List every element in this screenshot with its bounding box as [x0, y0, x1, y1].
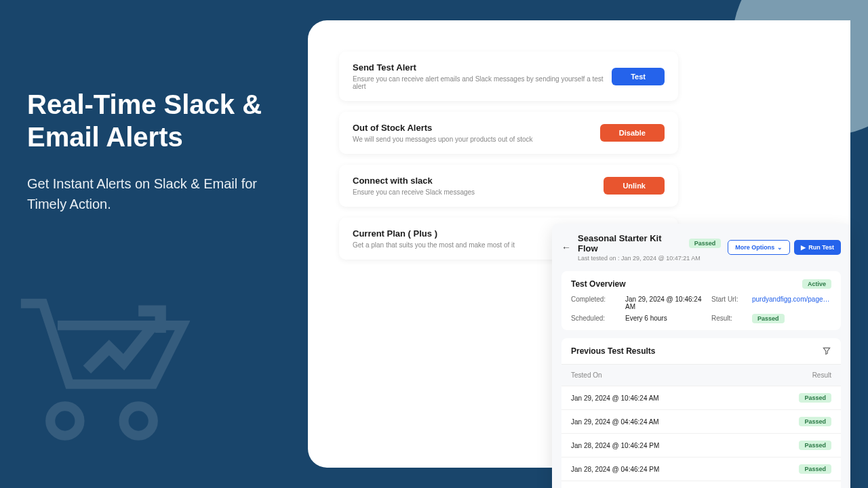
table-row[interactable]: Jan 29, 2024 @ 04:46:24 AMPassed — [561, 409, 841, 433]
flow-panel: ← Seasonal Starter Kit Flow Passed Last … — [552, 224, 850, 488]
completed-label: Completed: — [571, 296, 618, 310]
flow-title: Seasonal Starter Kit Flow — [578, 233, 684, 253]
hero-subtitle: Get Instant Alerts on Slack & Email for … — [27, 174, 285, 214]
results-card: Previous Test Results Tested On Result J… — [561, 338, 841, 488]
results-heading: Previous Test Results — [571, 346, 656, 356]
overview-heading: Test Overview — [571, 279, 625, 289]
col-result: Result — [812, 371, 831, 379]
flow-header: ← Seasonal Starter Kit Flow Passed Last … — [561, 233, 841, 262]
start-url-label: Start Url: — [711, 296, 745, 310]
start-url-link[interactable]: purdyandfigg.com/pages/winter-… — [752, 296, 831, 310]
table-row[interactable]: Jan 28, 2024 @ 10:46:24 AMPassed — [561, 481, 841, 488]
col-tested: Tested On — [571, 371, 602, 379]
tested-on-value: Jan 28, 2024 @ 10:46:24 PM — [571, 442, 659, 449]
tested-on-value: Jan 29, 2024 @ 04:46:24 AM — [571, 418, 659, 426]
alert-card: Connect with slackEnsure you can receive… — [339, 165, 678, 207]
run-test-label: Run Test — [808, 244, 834, 251]
result-badge: Passed — [799, 417, 831, 426]
hero-title: Real-Time Slack & Email Alerts — [27, 88, 285, 153]
app-panel: Send Test AlertEnsure you can receive al… — [308, 20, 850, 468]
table-row[interactable]: Jan 29, 2024 @ 10:46:24 AMPassed — [561, 386, 841, 409]
result-badge: Passed — [799, 393, 831, 403]
overview-card: Test Overview Active Completed: Jan 29, … — [561, 271, 841, 330]
chevron-down-icon: ⌄ — [777, 244, 783, 251]
alert-action-button[interactable]: Unlink — [604, 177, 665, 195]
more-options-label: More Options — [735, 244, 774, 251]
play-icon: ▶ — [801, 244, 806, 251]
alert-action-button[interactable]: Disable — [600, 124, 665, 142]
alert-title: Out of Stock Alerts — [353, 123, 533, 133]
table-row[interactable]: Jan 28, 2024 @ 10:46:24 PMPassed — [561, 433, 841, 457]
result-badge: Passed — [799, 441, 831, 450]
alert-action-button[interactable]: Test — [612, 68, 665, 85]
completed-value: Jan 29, 2024 @ 10:46:24 AM — [625, 296, 705, 310]
tested-on-value: Jan 28, 2024 @ 04:46:24 PM — [571, 466, 659, 473]
alert-card: Out of Stock AlertsWe will send you mess… — [339, 112, 678, 154]
alert-desc: We will send you messages upon your prod… — [353, 136, 533, 143]
alert-card: Send Test AlertEnsure you can receive al… — [339, 52, 678, 101]
more-options-button[interactable]: More Options ⌄ — [728, 240, 790, 255]
flow-status-badge: Passed — [689, 239, 722, 248]
overview-active-badge: Active — [802, 279, 831, 289]
cart-chart-icon — [14, 289, 190, 468]
result-label: Result: — [711, 314, 745, 322]
overview-result-badge: Passed — [752, 314, 785, 323]
scheduled-value: Every 6 hours — [625, 314, 705, 322]
run-test-button[interactable]: ▶ Run Test — [794, 240, 841, 255]
scheduled-label: Scheduled: — [571, 314, 618, 322]
alert-desc: Ensure you can receive Slack messages — [353, 188, 475, 196]
flow-title-wrap: Seasonal Starter Kit Flow Passed Last te… — [578, 233, 721, 262]
hero-panel: Real-Time Slack & Email Alerts Get Insta… — [27, 88, 285, 214]
result-badge: Passed — [799, 464, 831, 474]
flow-last-tested: Last tested on : Jan 29, 2024 @ 10:47:21… — [578, 255, 721, 262]
alert-title: Connect with slack — [353, 176, 475, 186]
filter-icon[interactable] — [822, 346, 831, 356]
alert-desc: Ensure you can receive alert emails and … — [353, 75, 612, 90]
back-arrow-icon[interactable]: ← — [561, 242, 571, 253]
tested-on-value: Jan 29, 2024 @ 10:46:24 AM — [571, 394, 659, 402]
table-row[interactable]: Jan 28, 2024 @ 04:46:24 PMPassed — [561, 457, 841, 481]
alert-title: Send Test Alert — [353, 62, 612, 73]
